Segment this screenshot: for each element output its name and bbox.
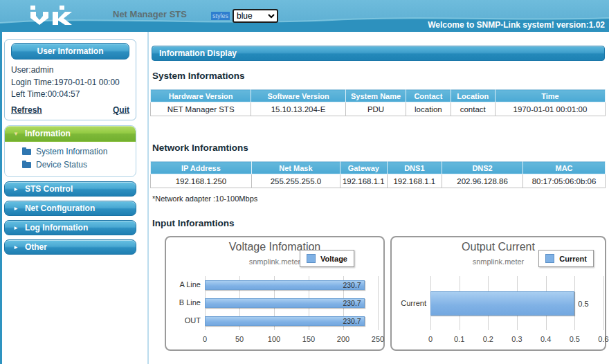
category-label: B Line bbox=[166, 298, 201, 307]
legend-swatch-icon bbox=[545, 254, 554, 263]
chevron-right-icon: ► bbox=[13, 206, 19, 212]
table-header-row: Hardware VersionSoftware VersionSystem N… bbox=[151, 90, 606, 102]
quit-link[interactable]: Quit bbox=[113, 105, 129, 115]
submenu-label: System Information bbox=[36, 145, 107, 158]
table-header-row: IP AddressNet MaskGatewayDNS1DNS2MAC bbox=[151, 162, 606, 174]
menu-group-information: ▼Information System Information Device S… bbox=[4, 125, 136, 177]
x-tick-label: 0.6 bbox=[590, 335, 609, 343]
x-tick-label: 0 bbox=[191, 335, 219, 343]
table-cell: 192.168.1.1 bbox=[387, 174, 442, 188]
menu-label: STS Control bbox=[25, 184, 73, 194]
plot-area: 0.5 bbox=[430, 276, 603, 330]
chevron-right-icon: ► bbox=[13, 244, 19, 251]
folder-icon bbox=[22, 149, 31, 155]
page: Net Manager STS styles blue Welcome to S… bbox=[0, 0, 609, 364]
network-informations-table: IP AddressNet MaskGatewayDNS1DNS2MAC192.… bbox=[150, 161, 606, 188]
brand-logo bbox=[28, 4, 76, 29]
table-cell: PDU bbox=[345, 102, 406, 116]
bar-value-label: 230.7 bbox=[205, 317, 361, 325]
folder-icon bbox=[22, 162, 31, 168]
submenu-label: Device Status bbox=[36, 158, 87, 172]
sidebar-menu: ▼Information System Information Device S… bbox=[4, 125, 136, 255]
table-cell: 192.168.1.1 bbox=[340, 174, 387, 188]
column-header: Net Mask bbox=[251, 162, 340, 174]
sidebar-divider bbox=[147, 32, 149, 364]
welcome-text: Welcome to SNMP-Link system! version:1.0… bbox=[428, 20, 605, 30]
column-header: IP Address bbox=[151, 162, 252, 174]
menu-label: Other bbox=[25, 242, 47, 252]
x-tick-label: 0.4 bbox=[532, 335, 560, 343]
menu-label: Log Information bbox=[25, 223, 88, 233]
x-tick-label: 150 bbox=[295, 335, 322, 343]
plot-area: 230.7230.7230.7 bbox=[205, 276, 378, 330]
chart-legend: Voltage bbox=[300, 250, 354, 267]
table-cell: 192.168.1.250 bbox=[151, 174, 252, 188]
category-label: Current bbox=[392, 299, 426, 307]
app-title: Net Manager STS bbox=[113, 9, 187, 19]
gridline bbox=[574, 276, 575, 330]
table-cell: location bbox=[406, 102, 451, 116]
chevron-right-icon: ► bbox=[13, 225, 19, 231]
style-select[interactable]: blue bbox=[233, 9, 278, 23]
category-label: OUT bbox=[166, 316, 201, 325]
sidebar-item-log-information[interactable]: ►Log Information bbox=[4, 220, 136, 235]
left-edge-strip bbox=[0, 32, 2, 364]
table-cell: 80:17:05:06:0b:06 bbox=[523, 174, 606, 188]
gridline bbox=[603, 276, 604, 330]
left-time: Left Time:00:04:57 bbox=[11, 89, 129, 101]
user-info-panel: User Information User:admin Login Time:1… bbox=[4, 39, 136, 120]
user-name: User:admin bbox=[11, 64, 129, 77]
table-cell: 255.255.255.0 bbox=[251, 174, 340, 188]
gridline bbox=[378, 276, 379, 330]
table-cell: contact bbox=[451, 102, 495, 116]
menu-label: Information bbox=[25, 129, 71, 138]
bar bbox=[430, 291, 574, 316]
x-tick-label: 0.5 bbox=[561, 335, 588, 343]
network-informations-heading: Network Inforamtions bbox=[152, 143, 606, 153]
bar-value-label: 0.5 bbox=[578, 300, 588, 308]
category-label: A Line bbox=[166, 280, 201, 289]
login-time: Login Time:1970-01-01 00:00 bbox=[11, 77, 129, 89]
bar-value-label: 230.7 bbox=[205, 299, 361, 307]
charts-row: Voltage Infomationsnmplink.meterVoltage2… bbox=[165, 236, 606, 351]
column-header: Software Version bbox=[251, 90, 346, 102]
column-header: DNS2 bbox=[442, 162, 523, 174]
sidebar-item-system-information[interactable]: System Information bbox=[5, 145, 136, 158]
column-header: Location bbox=[451, 90, 495, 102]
sidebar-item-sts-control[interactable]: ►STS Control bbox=[4, 181, 136, 197]
column-header: System Name bbox=[345, 90, 406, 102]
system-informations-table: Hardware VersionSoftware VersionSystem N… bbox=[150, 89, 606, 116]
sidebar-item-information[interactable]: ▼Information bbox=[5, 126, 136, 142]
table-cell: 15.10.13.204-E bbox=[251, 102, 346, 116]
refresh-link[interactable]: Refresh bbox=[11, 105, 42, 115]
x-tick-label: 50 bbox=[226, 335, 253, 343]
x-tick-label: 200 bbox=[329, 335, 357, 343]
x-tick-label: 0.1 bbox=[446, 335, 473, 343]
menu-label: Net Configuration bbox=[25, 203, 95, 213]
chart-legend: Current bbox=[538, 250, 594, 267]
x-tick-label: 250 bbox=[364, 335, 392, 343]
legend-swatch-icon bbox=[307, 254, 316, 263]
sidebar-item-other[interactable]: ►Other bbox=[4, 239, 136, 255]
sidebar-item-net-configuration[interactable]: ►Net Configuration bbox=[4, 201, 136, 216]
column-header: MAC bbox=[523, 162, 606, 174]
x-tick-label: 0.2 bbox=[474, 335, 502, 343]
output-current-chart: Output Currentsnmplink.meterCurrent0.500… bbox=[390, 236, 606, 351]
chevron-down-icon: ▼ bbox=[13, 131, 19, 137]
legend-label: Current bbox=[559, 255, 587, 263]
column-header: Gateway bbox=[340, 162, 387, 174]
table-row: 192.168.1.250255.255.255.0192.168.1.1192… bbox=[151, 174, 606, 188]
table-cell: 202.96.128.86 bbox=[442, 174, 523, 188]
app-header: Net Manager STS styles blue Welcome to S… bbox=[0, 0, 609, 32]
column-header: Contact bbox=[406, 90, 451, 102]
sidebar-item-device-status[interactable]: Device Status bbox=[5, 158, 136, 172]
x-tick-label: 100 bbox=[260, 335, 288, 343]
column-header: DNS1 bbox=[387, 162, 442, 174]
column-header: Time bbox=[495, 90, 605, 102]
table-cell: NET Manager STS bbox=[151, 102, 251, 116]
main-content: Information Display System Informations … bbox=[149, 32, 606, 364]
input-informations-heading: Input Inforamtions bbox=[152, 218, 606, 228]
bar-value-label: 230.7 bbox=[205, 281, 361, 289]
legend-label: Voltage bbox=[320, 255, 347, 263]
table-cell: 1970-01-01 00:01:00 bbox=[495, 102, 605, 116]
